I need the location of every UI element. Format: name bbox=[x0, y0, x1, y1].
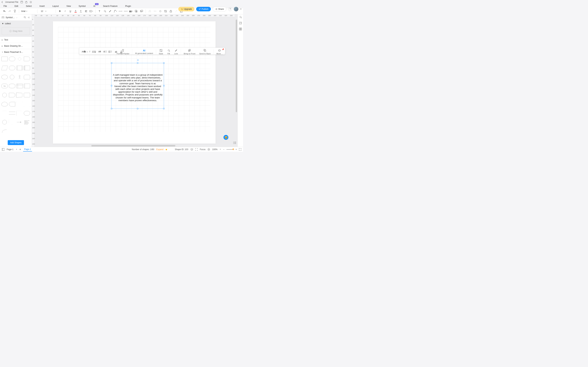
shape-annotation[interactable]: Drag the side handle to change the width… bbox=[24, 120, 30, 125]
expand-link[interactable]: Expand bbox=[156, 148, 164, 151]
shape-internal-storage[interactable] bbox=[17, 84, 23, 88]
menu-search-feature[interactable]: Search Feature bbox=[103, 5, 118, 7]
shape-document[interactable] bbox=[1, 102, 8, 106]
avatar-caret-icon[interactable]: ▼ bbox=[240, 8, 242, 10]
chat-fab[interactable]: 🐱 bbox=[224, 135, 228, 140]
share-button[interactable]: Share bbox=[213, 7, 226, 12]
italic-icon[interactable]: I bbox=[63, 9, 67, 13]
collect-toggle[interactable]: ▼ collect bbox=[2, 22, 30, 26]
fill-icon[interactable] bbox=[103, 9, 107, 13]
selected-text-box[interactable]: A self-managed team is a group of indepe… bbox=[112, 63, 164, 109]
add-page-icon[interactable]: + bbox=[19, 148, 21, 151]
back-icon[interactable] bbox=[1, 1, 3, 3]
shape-ellipse[interactable] bbox=[1, 75, 8, 79]
lock-icon[interactable] bbox=[169, 9, 173, 13]
layers-icon[interactable] bbox=[140, 9, 144, 13]
text-content[interactable]: A self-managed team is a group of indepe… bbox=[113, 74, 163, 102]
drag-here-zone[interactable]: Drag Here bbox=[2, 27, 30, 35]
shape-person[interactable] bbox=[24, 75, 30, 79]
grid-panel-icon[interactable] bbox=[239, 28, 242, 30]
shape-or[interactable] bbox=[2, 93, 7, 97]
effects-icon[interactable] bbox=[158, 9, 162, 13]
shape-database[interactable] bbox=[9, 84, 15, 88]
shape-offpage[interactable] bbox=[9, 120, 15, 125]
publish-button[interactable]: Publish bbox=[196, 7, 211, 11]
resize-handle-l[interactable] bbox=[111, 85, 112, 86]
export-icon[interactable] bbox=[25, 1, 27, 3]
resize-handle-tl[interactable] bbox=[111, 62, 112, 64]
resize-handle-tr[interactable] bbox=[163, 62, 164, 64]
ctx-bold-icon[interactable]: B bbox=[83, 50, 86, 53]
library-icon[interactable] bbox=[2, 17, 4, 18]
line-weight-icon[interactable]: ▼ bbox=[129, 9, 133, 13]
arrow-style-icon[interactable]: ▼ bbox=[124, 9, 128, 13]
library-dropdown-icon[interactable]: ⌄ bbox=[16, 17, 17, 18]
font-color-icon[interactable]: A bbox=[74, 9, 78, 13]
shape-rounded[interactable] bbox=[9, 57, 15, 61]
menu-file[interactable]: File bbox=[3, 5, 7, 7]
resize-grip-icon[interactable]: ⌟ bbox=[224, 52, 224, 54]
text-style-icon[interactable]: T bbox=[79, 9, 83, 13]
ctx-strike-icon[interactable]: S bbox=[98, 50, 102, 53]
layers-status-icon[interactable] bbox=[190, 148, 193, 151]
shape-yes-label[interactable]: Yes bbox=[1, 84, 8, 88]
undo-icon[interactable] bbox=[2, 9, 6, 13]
chevron-down-icon[interactable]: ▼ bbox=[220, 149, 221, 150]
connector-icon[interactable]: ▼ bbox=[113, 9, 117, 13]
shape-predefined[interactable] bbox=[17, 66, 23, 70]
tools-icon[interactable] bbox=[174, 9, 178, 13]
shape-arc[interactable] bbox=[1, 129, 8, 133]
collapse-sidebar-icon[interactable] bbox=[27, 17, 30, 18]
canvas-area[interactable]: -30-20-100102030405060708090100110120130… bbox=[32, 14, 237, 147]
library-label[interactable]: Symbol… bbox=[6, 16, 15, 19]
shape-subprocess[interactable] bbox=[24, 66, 30, 70]
section-text[interactable]: ▶ Text bbox=[0, 37, 32, 43]
ctx-bullet-list-icon[interactable] bbox=[109, 50, 112, 53]
resize-handle-r[interactable] bbox=[163, 85, 164, 86]
crop-icon[interactable] bbox=[164, 9, 167, 13]
line-tool-icon[interactable] bbox=[108, 9, 112, 13]
menu-plugin[interactable]: Plugin bbox=[125, 5, 131, 7]
focus-label[interactable]: Focus bbox=[200, 148, 206, 151]
menu-insert[interactable]: Insert bbox=[39, 5, 45, 7]
vertical-scrollbar[interactable] bbox=[236, 20, 237, 112]
star-icon[interactable] bbox=[30, 1, 32, 3]
line-spacing-icon[interactable]: ▼ bbox=[89, 9, 93, 13]
zoom-in-icon[interactable]: + bbox=[235, 148, 237, 151]
ctx-underline-icon[interactable]: U bbox=[93, 50, 97, 53]
shape-alt-process[interactable] bbox=[24, 93, 30, 97]
help-icon[interactable]: ? bbox=[228, 7, 232, 11]
ctx-italic-icon[interactable]: I bbox=[88, 50, 92, 53]
focus-icon[interactable] bbox=[195, 148, 198, 151]
menu-layout[interactable]: Layout bbox=[52, 5, 59, 7]
text-tool-icon[interactable]: T bbox=[98, 9, 102, 13]
menu-select[interactable]: Select bbox=[26, 5, 32, 7]
shape-summing[interactable] bbox=[2, 120, 7, 125]
save-icon[interactable] bbox=[20, 1, 23, 3]
zoom-slider[interactable] bbox=[226, 149, 233, 150]
page-tab[interactable]: Page-1 bbox=[23, 147, 32, 151]
resize-handle-br[interactable] bbox=[163, 108, 164, 109]
align-icon[interactable] bbox=[84, 9, 88, 13]
horizontal-scrollbar[interactable] bbox=[91, 145, 175, 146]
zoom-slider-thumb[interactable] bbox=[233, 149, 234, 150]
ctx-numbered-list-icon[interactable]: 12 bbox=[104, 50, 107, 53]
outline-toggle-icon[interactable] bbox=[233, 142, 236, 144]
format-painter-icon[interactable] bbox=[13, 9, 17, 13]
zoom-value[interactable]: 100% bbox=[212, 148, 217, 151]
ctx-font-color-icon[interactable]: A bbox=[120, 50, 123, 53]
section-basic-flowchart[interactable]: ▼ Basic Flowchart S… bbox=[0, 49, 32, 55]
section-basic-drawing[interactable]: ▶ Basic Drawing Sh… bbox=[0, 43, 32, 49]
paint-bucket-icon[interactable] bbox=[239, 16, 242, 18]
bold-icon[interactable]: B bbox=[58, 9, 62, 13]
upgrade-button[interactable]: Upgrade bbox=[178, 7, 194, 11]
line-style-icon[interactable]: ▼ bbox=[119, 9, 122, 13]
ctx-text-case-icon[interactable]: ab bbox=[114, 50, 118, 53]
page-select[interactable]: Page-1 ▼ bbox=[7, 148, 17, 151]
menu-view[interactable]: View bbox=[66, 5, 71, 7]
menu-symbol[interactable]: Symbol bbox=[78, 5, 86, 7]
shape-card[interactable] bbox=[24, 84, 30, 88]
present-icon[interactable] bbox=[208, 148, 210, 151]
shape-trapezoid[interactable] bbox=[24, 102, 30, 106]
font-size-select[interactable]: 12▼ bbox=[40, 10, 53, 12]
